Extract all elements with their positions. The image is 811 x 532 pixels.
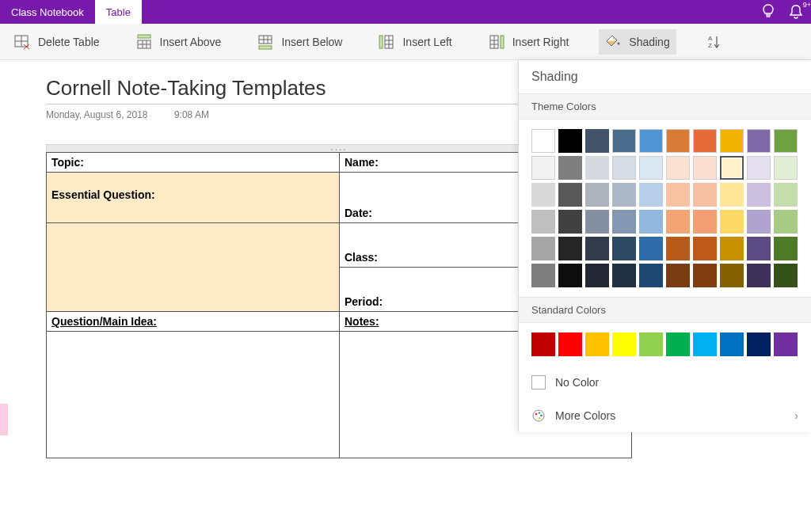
color-swatch[interactable] [693,156,717,180]
insert-below-button[interactable]: Insert Below [251,29,348,55]
color-swatch[interactable] [612,156,636,180]
notifications-badge: 9+ [803,1,811,9]
color-swatch[interactable] [612,332,636,356]
color-swatch[interactable] [585,332,609,356]
no-color-option[interactable]: No Color [519,366,811,399]
color-swatch[interactable] [558,237,582,260]
cell-essential-question-body[interactable] [47,223,340,312]
color-swatch[interactable] [693,332,717,356]
color-swatch[interactable] [720,332,744,356]
color-swatch[interactable] [585,264,609,287]
color-swatch[interactable] [639,156,663,180]
color-swatch[interactable] [612,264,636,287]
shading-button[interactable]: Shading [599,29,676,55]
color-swatch[interactable] [612,129,636,153]
color-swatch[interactable] [774,129,798,153]
color-swatch[interactable] [774,237,798,260]
color-swatch[interactable] [585,183,609,207]
color-swatch[interactable] [693,183,717,207]
color-swatch[interactable] [558,129,582,153]
color-swatch[interactable] [666,264,690,287]
color-swatch[interactable] [693,210,717,234]
delete-table-button[interactable]: Delete Table [8,29,106,55]
color-swatch[interactable] [612,237,636,260]
svg-point-25 [618,42,620,44]
color-swatch[interactable] [639,183,663,207]
title-bar: Class Notebook Table 9+ [0,0,811,24]
color-swatch[interactable] [585,129,609,153]
standard-colors-row [519,323,811,366]
color-swatch[interactable] [531,156,555,180]
color-swatch[interactable] [531,332,555,356]
color-swatch[interactable] [747,156,771,180]
color-swatch[interactable] [558,156,582,180]
color-swatch[interactable] [558,332,582,356]
color-swatch[interactable] [720,210,744,234]
color-swatch[interactable] [747,129,771,153]
color-swatch[interactable] [693,237,717,260]
color-swatch[interactable] [720,156,744,180]
svg-point-30 [535,413,538,416]
color-swatch[interactable] [558,210,582,234]
insert-right-button[interactable]: Insert Right [482,29,576,55]
color-swatch[interactable] [639,210,663,234]
color-swatch[interactable] [693,129,717,153]
color-swatch[interactable] [612,210,636,234]
color-swatch[interactable] [774,210,798,234]
color-swatch[interactable] [774,183,798,207]
color-swatch[interactable] [639,237,663,260]
color-swatch[interactable] [585,210,609,234]
insert-right-icon [489,34,504,50]
color-swatch[interactable] [747,237,771,260]
color-swatch[interactable] [531,237,555,260]
svg-rect-9 [138,35,150,38]
color-swatch[interactable] [720,264,744,287]
color-swatch[interactable] [774,332,798,356]
color-swatch[interactable] [531,264,555,287]
color-swatch[interactable] [747,210,771,234]
color-swatch[interactable] [639,332,663,356]
color-swatch[interactable] [558,264,582,287]
color-swatch[interactable] [558,183,582,207]
svg-point-33 [539,417,541,420]
color-swatch[interactable] [666,210,690,234]
svg-rect-14 [259,46,272,49]
color-swatch[interactable] [693,264,717,287]
color-swatch[interactable] [531,129,555,153]
sort-button[interactable]: AZ [700,29,729,55]
cell-topic[interactable]: Topic: [47,153,340,173]
color-swatch[interactable] [720,183,744,207]
more-colors-option[interactable]: More Colors › [519,399,811,432]
insert-above-button[interactable]: Insert Above [130,29,228,55]
color-swatch[interactable] [666,237,690,260]
color-swatch[interactable] [585,156,609,180]
cell-question-main[interactable]: Question/Main Idea: [47,312,340,332]
svg-point-31 [539,412,541,414]
color-swatch[interactable] [720,129,744,153]
color-swatch[interactable] [666,156,690,180]
tab-class-notebook[interactable]: Class Notebook [0,0,95,24]
color-swatch[interactable] [612,183,636,207]
color-swatch[interactable] [666,183,690,207]
shading-panel-title: Shading [519,60,811,93]
page-time: 9:08 AM [174,109,209,120]
insert-left-button[interactable]: Insert Left [372,29,458,55]
color-swatch[interactable] [531,210,555,234]
color-swatch[interactable] [666,332,690,356]
color-swatch[interactable] [720,237,744,260]
color-swatch[interactable] [747,183,771,207]
color-swatch[interactable] [639,264,663,287]
color-swatch[interactable] [585,237,609,260]
lightbulb-icon[interactable] [762,4,775,20]
color-swatch[interactable] [639,129,663,153]
color-swatch[interactable] [774,156,798,180]
color-swatch[interactable] [774,264,798,287]
color-swatch[interactable] [531,183,555,207]
cell-question-body[interactable] [47,332,340,458]
cell-essential-question[interactable]: Essential Question: [47,173,340,223]
color-swatch[interactable] [747,264,771,287]
notifications-icon[interactable]: 9+ [789,4,803,20]
color-swatch[interactable] [747,332,771,356]
color-swatch[interactable] [666,129,690,153]
tab-table[interactable]: Table [95,0,142,24]
